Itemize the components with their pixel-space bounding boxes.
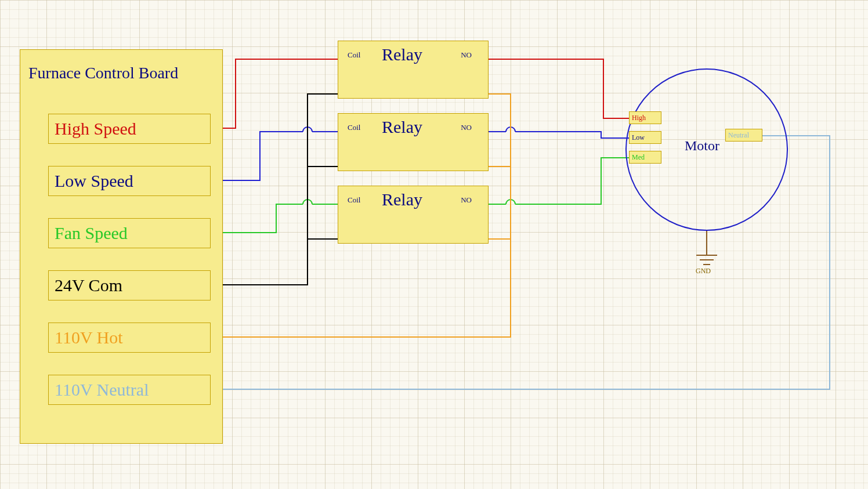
relay-2: Coil Relay NO (338, 113, 489, 171)
terminal-fan-speed: Fan Speed (48, 218, 211, 248)
motor-terminal-neutral: Neutral (725, 129, 762, 142)
relay-2-no-label: NO (461, 123, 472, 132)
relay-1-no-label: NO (461, 50, 472, 60)
relay-3-no-label: NO (461, 195, 472, 205)
relay-2-coil-label: Coil (348, 123, 360, 132)
fcb-title: Furnace Control Board (28, 64, 178, 82)
furnace-control-board: Furnace Control Board High Speed Low Spe… (20, 49, 223, 444)
relay-2-title: Relay (382, 117, 422, 137)
ground-label: GND (696, 267, 711, 276)
motor-terminal-high: High (629, 111, 661, 124)
terminal-24v-com: 24V Com (48, 270, 211, 300)
terminal-110v-hot: 110V Hot (48, 323, 211, 353)
terminal-low-speed: Low Speed (48, 166, 211, 196)
relay-1: Coil Relay NO (338, 41, 489, 99)
relay-1-title: Relay (382, 45, 422, 64)
relay-1-coil-label: Coil (348, 50, 360, 60)
motor-terminal-med: Med (629, 151, 661, 164)
motor-label: Motor (685, 138, 719, 154)
relay-3-title: Relay (382, 190, 422, 209)
relay-3-coil-label: Coil (348, 195, 360, 205)
relay-3: Coil Relay NO (338, 186, 489, 244)
motor-terminal-low: Low (629, 131, 661, 144)
terminal-high-speed: High Speed (48, 114, 211, 144)
terminal-110v-neutral: 110V Neutral (48, 375, 211, 405)
